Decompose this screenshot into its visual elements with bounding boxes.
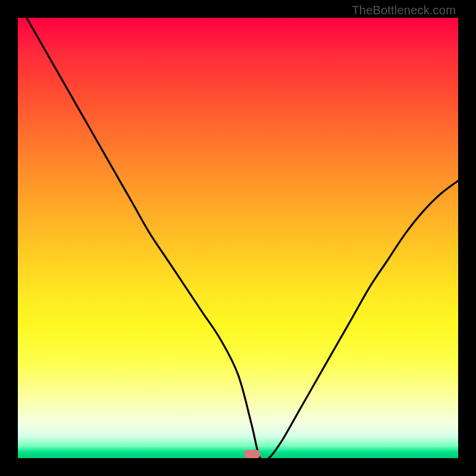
plot-area bbox=[18, 18, 458, 458]
optimal-marker bbox=[244, 450, 261, 458]
chart-frame: TheBottleneck.com bbox=[0, 0, 476, 476]
watermark-label: TheBottleneck.com bbox=[352, 4, 456, 17]
bottleneck-curve bbox=[18, 18, 458, 458]
